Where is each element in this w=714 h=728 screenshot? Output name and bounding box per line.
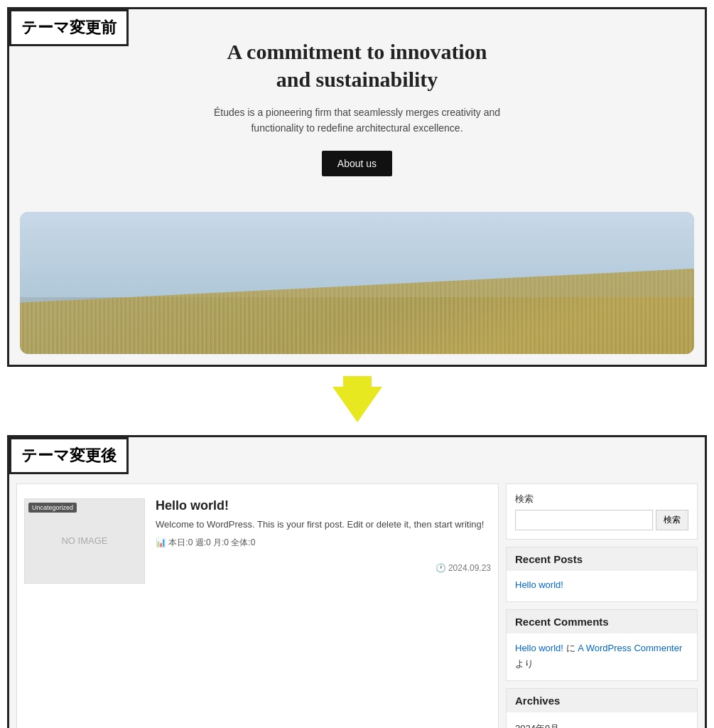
search-label: 検索 <box>515 493 688 505</box>
sidebar: 検索 検索 Recent Posts Hello world! Recent C… <box>506 483 698 728</box>
recent-posts-title: Recent Posts <box>507 547 697 571</box>
before-label: テーマ変更前 <box>9 9 129 46</box>
search-widget: 検索 検索 <box>506 483 698 540</box>
after-content: Uncategorized NO IMAGE Hello world! Welc… <box>9 476 705 728</box>
search-row: 検索 <box>515 510 688 530</box>
archives-widget: Archives 2024年9月 <box>506 688 698 728</box>
search-button[interactable]: 検索 <box>656 510 688 530</box>
post-title: Hello world! <box>156 498 491 513</box>
after-section: テーマ変更後 Uncategorized NO IMAGE Hello worl… <box>7 435 707 728</box>
no-image-text: NO IMAGE <box>61 535 107 546</box>
recent-comments-title: Recent Comments <box>507 610 697 633</box>
before-section: テーマ変更前 A commitment to innovationand sus… <box>7 7 707 367</box>
post-date: 🕐 2024.09.23 <box>156 563 491 573</box>
comment-text-end: より <box>515 658 534 669</box>
comment-post-link[interactable]: Hello world! <box>515 643 563 653</box>
hero-subtitle: Études is a pioneering firm that seamles… <box>201 105 514 136</box>
archives-title: Archives <box>507 689 697 712</box>
post-stats: 📊 本日:0 週:0 月:0 全体:0 <box>156 537 491 549</box>
comments-text: Hello world! に A WordPress Commenter より <box>515 643 682 669</box>
arrow-section <box>0 374 714 435</box>
after-label: テーマ変更後 <box>9 437 129 474</box>
post-excerpt: Welcome to WordPress. This is your first… <box>156 518 491 532</box>
search-input[interactable] <box>515 510 653 530</box>
down-arrow-icon <box>332 387 382 422</box>
category-badge: Uncategorized <box>28 503 77 513</box>
clock-icon: 🕐 <box>436 563 446 573</box>
hero-image <box>20 212 694 354</box>
main-content: Uncategorized NO IMAGE Hello world! Welc… <box>16 483 499 728</box>
post-info: Hello world! Welcome to WordPress. This … <box>156 498 491 584</box>
commenter-link[interactable]: A WordPress Commenter <box>578 643 682 653</box>
archive-item: 2024年9月 <box>515 719 688 728</box>
recent-comments-widget: Recent Comments Hello world! に A WordPre… <box>506 609 698 681</box>
about-button[interactable]: About us <box>322 151 392 176</box>
post-card: Uncategorized NO IMAGE Hello world! Welc… <box>24 491 491 591</box>
comment-text-middle: に <box>563 643 578 653</box>
recent-posts-widget: Recent Posts Hello world! <box>506 547 698 602</box>
recent-post-link[interactable]: Hello world! <box>515 579 563 590</box>
post-thumbnail: Uncategorized NO IMAGE <box>24 498 145 584</box>
